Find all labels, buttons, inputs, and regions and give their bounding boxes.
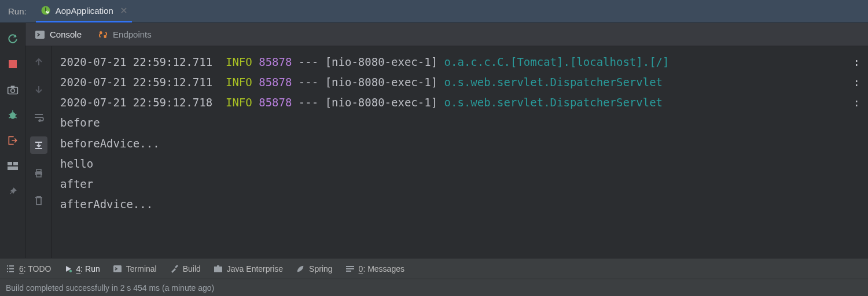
bottom-todo[interactable]: 6: TODO xyxy=(6,264,52,273)
pin-icon[interactable] xyxy=(6,185,19,198)
run-config-tab[interactable]: AopApplication xyxy=(36,0,132,23)
svg-rect-5 xyxy=(10,86,14,87)
todo-label: : TODO xyxy=(24,264,52,273)
close-tab-icon[interactable] xyxy=(120,7,127,14)
log-line: 2020-07-21 22:59:12.718 INFO 85878 --- [… xyxy=(60,92,860,113)
hammer-icon xyxy=(170,264,179,273)
console-icon xyxy=(35,30,45,39)
bottom-run[interactable]: 4: Run xyxy=(64,264,100,273)
run-actions-toolbar xyxy=(0,23,25,258)
svg-point-6 xyxy=(10,112,16,119)
up-arrow-icon[interactable] xyxy=(30,53,47,71)
messages-icon xyxy=(345,265,355,272)
status-bar: Build completed successfully in 2 s 454 … xyxy=(0,279,868,296)
console-body: 2020-07-21 22:59:12.711 INFO 85878 --- [… xyxy=(25,46,868,258)
stop-icon[interactable] xyxy=(6,58,19,71)
svg-rect-19 xyxy=(217,265,219,267)
run-config-name: AopApplication xyxy=(56,6,113,16)
console-output[interactable]: 2020-07-21 22:59:12.711 INFO 85878 --- [… xyxy=(52,46,868,258)
svg-rect-8 xyxy=(13,162,18,165)
soft-wrap-icon[interactable] xyxy=(30,109,47,126)
play-icon xyxy=(64,265,72,273)
svg-point-12 xyxy=(104,35,107,38)
svg-rect-18 xyxy=(214,267,222,272)
build-label: Build xyxy=(183,264,201,273)
tab-endpoints[interactable]: Endpoints xyxy=(98,29,152,40)
terminal-icon xyxy=(113,265,122,273)
log-line: before xyxy=(60,113,860,133)
log-line: 2020-07-21 22:59:12.711 INFO 85878 --- [… xyxy=(60,52,860,72)
console-tools xyxy=(25,46,52,258)
log-line: hello xyxy=(60,154,860,174)
tab-console[interactable]: Console xyxy=(35,29,82,39)
messages-label: : Messages xyxy=(363,264,404,273)
camera-icon[interactable] xyxy=(6,83,19,96)
console-area: Console Endpoints 2020-07-21 22:59:12.71… xyxy=(25,23,868,258)
trash-icon[interactable] xyxy=(30,192,47,209)
bottom-java-enterprise[interactable]: Java Enterprise xyxy=(214,264,283,273)
run-label: Run: xyxy=(5,6,30,16)
log-line: after xyxy=(60,174,860,194)
enterprise-label: Java Enterprise xyxy=(227,264,283,273)
list-icon xyxy=(6,265,15,273)
svg-point-16 xyxy=(69,269,71,272)
todo-key: 6 xyxy=(19,264,24,273)
log-line: 2020-07-21 22:59:12.711 INFO 85878 --- [… xyxy=(60,72,860,92)
main-area: Console Endpoints 2020-07-21 22:59:12.71… xyxy=(0,23,868,258)
svg-rect-15 xyxy=(36,174,41,177)
svg-rect-9 xyxy=(8,166,18,170)
svg-rect-7 xyxy=(8,162,12,165)
down-arrow-icon[interactable] xyxy=(30,81,47,98)
layout-icon[interactable] xyxy=(6,160,19,172)
bottom-spring[interactable]: Spring xyxy=(296,264,332,273)
rerun-icon[interactable] xyxy=(6,32,19,45)
scroll-to-end-icon[interactable] xyxy=(30,136,47,154)
log-line: afterAdvice... xyxy=(60,194,860,214)
svg-point-4 xyxy=(10,88,14,92)
bottom-terminal[interactable]: Terminal xyxy=(113,264,157,273)
bug-icon[interactable] xyxy=(6,109,19,121)
spring-label: Spring xyxy=(309,264,332,273)
log-line: beforeAdvice... xyxy=(60,134,860,154)
print-icon[interactable] xyxy=(30,164,47,182)
run-label-bottom: : Run xyxy=(80,264,100,273)
terminal-label: Terminal xyxy=(126,264,157,273)
tab-endpoints-label: Endpoints xyxy=(113,29,152,39)
spring-leaf-icon xyxy=(296,264,305,273)
endpoints-icon xyxy=(98,29,108,40)
bottom-tool-bar: 6: TODO 4: Run Terminal Build Java Enter… xyxy=(0,258,868,279)
svg-rect-2 xyxy=(9,60,17,68)
enterprise-icon xyxy=(214,265,223,273)
status-text: Build completed successfully in 2 s 454 … xyxy=(6,283,214,293)
console-tabs: Console Endpoints xyxy=(25,23,868,46)
bottom-build[interactable]: Build xyxy=(170,264,201,273)
run-tool-header: Run: AopApplication xyxy=(0,0,868,23)
spring-boot-icon xyxy=(41,5,51,16)
exit-icon[interactable] xyxy=(6,134,19,147)
tab-console-label: Console xyxy=(50,29,82,39)
svg-point-11 xyxy=(100,31,102,34)
svg-rect-14 xyxy=(36,169,41,172)
bottom-messages[interactable]: 0: Messages xyxy=(345,264,404,273)
